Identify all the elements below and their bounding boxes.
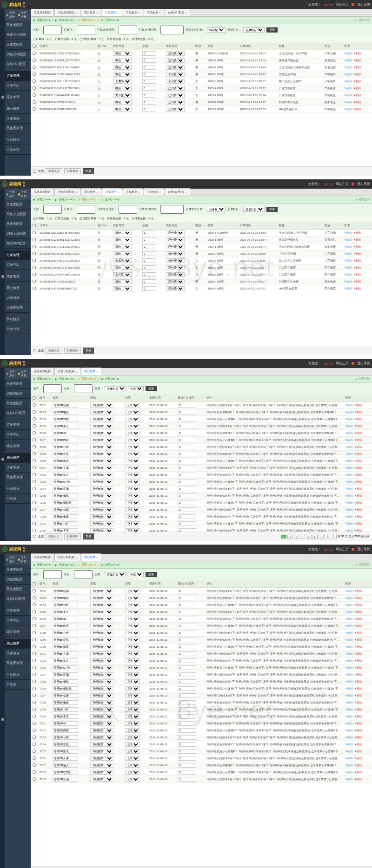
sidebar-item[interactable]: 缓存管理 — [5, 441, 31, 451]
edit-link[interactable]: ✎编辑 — [344, 287, 352, 290]
sidebar-item[interactable]: 在线FKT配置 — [5, 239, 31, 249]
sidebar-item[interactable]: 手动分类 — [5, 324, 31, 334]
tab[interactable]: 周公解梦✕ — [81, 188, 101, 196]
sidebar-item[interactable]: 订单管理 — [5, 420, 31, 430]
delete-link[interactable]: ✖删除 — [354, 666, 362, 669]
sidebar-item[interactable]: 周公解梦 — [5, 639, 31, 649]
delete-link[interactable]: ✖删除 — [354, 597, 362, 599]
delete-link[interactable]: ✖删除 — [354, 638, 362, 641]
delete-link[interactable]: ✖删除 — [354, 411, 362, 414]
sidebar-item[interactable]: 大家项表 — [5, 463, 31, 473]
edit-link[interactable]: ✎编辑 — [345, 666, 353, 669]
tab[interactable]: 手动数据✕ — [123, 9, 143, 16]
name-input[interactable] — [74, 384, 93, 393]
delete-link[interactable]: ✖删除 — [354, 715, 362, 718]
tab[interactable]: 系统基本配置 — [31, 368, 54, 375]
edit-link[interactable]: ✎编辑 — [345, 694, 353, 697]
edit-link[interactable]: ✎编辑 — [345, 604, 353, 606]
edit-link[interactable]: ✎编辑 — [345, 522, 353, 525]
delete-link[interactable]: ✖删除 — [354, 494, 362, 497]
edit-link[interactable]: ✎编辑 — [345, 404, 353, 407]
edit-link[interactable]: ✎编辑 — [345, 764, 353, 767]
tab[interactable]: 系统基本配置 — [31, 188, 54, 196]
edit-link[interactable]: ✎编辑 — [345, 618, 353, 620]
edit-link[interactable]: ✎编辑 — [345, 625, 353, 627]
delete-link[interactable]: ✖删除 — [354, 722, 362, 725]
tab[interactable]: 浏览示标配置✕ — [54, 9, 80, 16]
delete-link[interactable]: ✖删除 — [353, 231, 361, 234]
edit-link[interactable]: ✎编辑 — [344, 231, 352, 234]
edit-link[interactable]: ✎编辑 — [345, 715, 353, 718]
sidebar-item[interactable]: 缓存管理 — [5, 627, 31, 637]
tab[interactable]: 周公解梦✕ — [81, 9, 101, 16]
edit-link[interactable]: ✎编辑 — [345, 673, 353, 676]
edit-link[interactable]: ✎编辑 — [345, 652, 353, 655]
close-icon[interactable]: ✕ — [75, 556, 77, 559]
sidebar-item[interactable]: 浏览示标配置 — [5, 50, 31, 59]
edit-link[interactable]: ✎编辑 — [345, 638, 353, 641]
tab[interactable]: 手动分类✕ — [144, 188, 164, 196]
push-btn[interactable]: 推送(ctrl+s) — [59, 18, 73, 22]
edit-link[interactable]: ✎编辑 — [344, 101, 352, 104]
delete-link[interactable]: ✖删除 — [353, 280, 361, 283]
delete-link[interactable]: ✖删除 — [354, 425, 362, 427]
batch-delete[interactable]: 批量删除 — [64, 168, 81, 174]
edit-link[interactable]: ✎编辑 — [345, 743, 353, 746]
id-input[interactable] — [43, 384, 62, 393]
delete-link[interactable]: ✖删除 — [354, 604, 362, 606]
delete-link[interactable]: ✖删除 — [354, 418, 362, 421]
sidebar-item[interactable]: 手动流 — [5, 680, 31, 690]
tab[interactable]: 周公解梦✕ — [81, 368, 101, 375]
sidebar-item[interactable]: 系范围家理 — [5, 658, 31, 668]
tab[interactable]: 订单管理✕ — [102, 9, 122, 16]
sidebar-item[interactable]: 浏览示标配置 — [5, 229, 31, 239]
edit-link[interactable]: ✎编辑 — [344, 266, 352, 269]
sidebar-item[interactable]: 大家项表 — [5, 649, 31, 658]
delete-link[interactable]: ✖删除 — [353, 101, 361, 104]
edit-link[interactable]: ✎编辑 — [345, 494, 353, 497]
sidebar-item[interactable]: 订单导出 — [5, 430, 31, 440]
sidebar-item[interactable]: 周公解梦 — [5, 453, 31, 463]
edit-link[interactable]: ✎编辑 — [344, 259, 352, 262]
edit-link[interactable]: ✎编辑 — [344, 252, 352, 255]
sidebar-item[interactable]: 系范围家理 — [5, 473, 31, 482]
tab[interactable]: 在线FKT配置✕ — [165, 188, 190, 196]
edit-link[interactable]: ✎编辑 — [344, 80, 352, 83]
edit-link[interactable]: ✎编辑 — [345, 750, 353, 753]
refresh-btn[interactable]: 刷新(ctrl+q) — [82, 18, 96, 22]
delete-link[interactable]: ✖删除 — [354, 743, 362, 746]
tab[interactable]: 周公解梦✕ — [81, 553, 101, 561]
delete-link[interactable]: ✖删除 — [354, 708, 362, 711]
sidebar-item[interactable]: 缓存管理 — [5, 92, 31, 102]
edit-link[interactable]: ✎编辑 — [345, 680, 353, 683]
delete-link[interactable]: ✖删除 — [354, 645, 362, 648]
delete-link[interactable]: ✖删除 — [354, 618, 362, 620]
close-icon[interactable]: ✕ — [75, 370, 77, 373]
delete-link[interactable]: ✖删除 — [354, 673, 362, 676]
tab[interactable]: 系统基本配置 — [31, 9, 54, 16]
tab[interactable]: 浏览示标配置✕ — [54, 188, 80, 196]
edit-link[interactable]: ✎编辑 — [344, 280, 352, 283]
edit-link[interactable]: ✎编辑 — [345, 611, 353, 613]
delete-link[interactable]: ✖删除 — [353, 87, 361, 90]
tab[interactable]: 手动数据✕ — [123, 188, 143, 196]
delete-link[interactable]: ✖删除 — [354, 439, 362, 441]
edit-link[interactable]: ✎编辑 — [345, 501, 353, 504]
delete-link[interactable]: ✖删除 — [353, 80, 361, 83]
edit-link[interactable]: ✎编辑 — [345, 631, 353, 634]
home-link[interactable]: 网站主页 — [336, 2, 349, 7]
delete-link[interactable]: ✖删除 — [354, 453, 362, 455]
tab[interactable]: 在线FKT配置✕ — [165, 9, 190, 16]
sidebar-item[interactable]: 手动数据 — [5, 670, 31, 680]
edit-link[interactable]: ✎编辑 — [344, 94, 352, 97]
edit-link[interactable]: ✎编辑 — [345, 439, 353, 441]
sidebar-item[interactable]: 系统方位配置 — [5, 210, 31, 219]
belong-select[interactable]: 待审核 — [207, 27, 226, 33]
sidebar-item[interactable]: 订单导出 — [5, 81, 31, 91]
close-icon[interactable]: ✕ — [185, 12, 187, 14]
sidebar-item[interactable]: 手动分类 — [5, 145, 31, 155]
edit-link[interactable]: ✎编辑 — [345, 722, 353, 725]
source-input[interactable] — [119, 26, 137, 34]
edit-link[interactable]: ✎编辑 — [345, 736, 353, 739]
delete-link[interactable]: ✖删除 — [354, 750, 362, 753]
